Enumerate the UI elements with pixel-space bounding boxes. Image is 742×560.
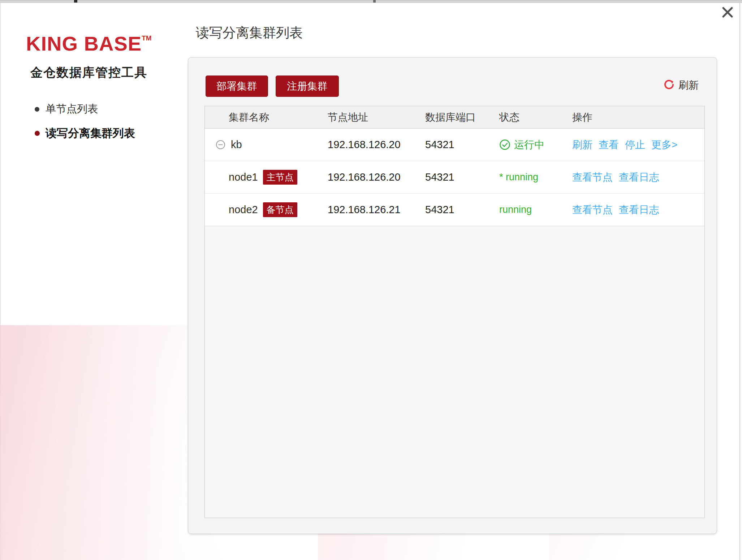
action-view[interactable]: 查看 <box>599 138 619 152</box>
header-db-port: 数据库端口 <box>425 111 499 124</box>
app-subtitle: 金仓数据库管控工具 <box>30 64 147 81</box>
table-row-node2: node2 备节点 192.168.126.21 54321 running 查… <box>205 194 704 226</box>
table-row-node1: node1 主节点 192.168.126.20 54321 * running… <box>205 161 704 194</box>
status-label: running <box>499 204 532 215</box>
table-row-cluster-kb: kb 192.168.126.20 54321 运行中 刷新 查看 停止 更多> <box>205 129 704 161</box>
primary-node-badge: 主节点 <box>263 170 297 185</box>
table-header-row: 集群名称 节点地址 数据库端口 状态 操作 <box>205 106 704 129</box>
status-label: * running <box>499 172 538 182</box>
node-address: 192.168.126.21 <box>328 204 425 216</box>
kingbase-logo: KING BASETM <box>26 32 152 55</box>
refresh-list-button[interactable]: 刷新 <box>663 78 699 92</box>
action-view-node[interactable]: 查看节点 <box>572 203 613 217</box>
bullet-dot-icon <box>35 107 39 112</box>
header-cluster-name: 集群名称 <box>205 111 328 124</box>
check-circle-icon <box>499 139 510 150</box>
close-button[interactable] <box>720 6 735 20</box>
window-left-border <box>0 3 1 560</box>
node-name: node2 <box>229 204 258 216</box>
register-cluster-button[interactable]: 注册集群 <box>276 76 339 97</box>
refresh-label: 刷新 <box>678 78 699 92</box>
db-port: 54321 <box>425 139 499 151</box>
action-more[interactable]: 更多> <box>651 138 677 152</box>
db-port: 54321 <box>425 204 499 216</box>
action-view-log[interactable]: 查看日志 <box>619 203 659 217</box>
node-address: 192.168.126.20 <box>328 171 425 183</box>
action-view-node[interactable]: 查看节点 <box>572 171 613 184</box>
logo-text: KING BASE <box>26 32 142 55</box>
window-top-strip <box>0 0 742 3</box>
close-icon <box>721 6 734 20</box>
deploy-cluster-button[interactable]: 部署集群 <box>206 76 268 97</box>
header-status: 状态 <box>499 111 572 124</box>
bullet-dot-icon <box>35 131 40 136</box>
action-refresh[interactable]: 刷新 <box>572 138 592 152</box>
cluster-table: 集群名称 节点地址 数据库端口 状态 操作 kb 192.168.126.20 … <box>204 106 705 518</box>
cluster-name: kb <box>231 139 242 151</box>
trademark-symbol: TM <box>142 34 151 42</box>
node-name: node1 <box>229 171 258 183</box>
cluster-panel: 部署集群 注册集群 刷新 集群名称 节点地址 数据库端口 状态 操作 <box>188 57 717 534</box>
collapse-minus-circle-icon[interactable] <box>216 140 225 150</box>
status-label: 运行中 <box>514 138 544 152</box>
window-right-border <box>739 0 740 560</box>
sidebar-item-label: 读写分离集群列表 <box>46 126 135 141</box>
db-port: 54321 <box>425 171 499 183</box>
refresh-circular-arrow-icon <box>663 79 675 92</box>
standby-node-badge: 备节点 <box>263 202 297 217</box>
action-view-log[interactable]: 查看日志 <box>619 171 659 184</box>
node-address: 192.168.126.20 <box>328 139 425 151</box>
sidebar-item-label: 单节点列表 <box>46 102 98 116</box>
window-top-tab-fragment <box>373 0 376 3</box>
header-node-address: 节点地址 <box>328 111 425 124</box>
action-stop[interactable]: 停止 <box>625 138 645 152</box>
sidebar-item-rw-cluster-list[interactable]: 读写分离集群列表 <box>35 126 135 141</box>
header-actions: 操作 <box>572 111 704 124</box>
sidebar-item-single-node-list[interactable]: 单节点列表 <box>35 102 98 116</box>
status-running: 运行中 <box>499 138 572 152</box>
window-top-tab-fragment <box>74 0 77 3</box>
page-title: 读写分离集群列表 <box>196 24 303 42</box>
